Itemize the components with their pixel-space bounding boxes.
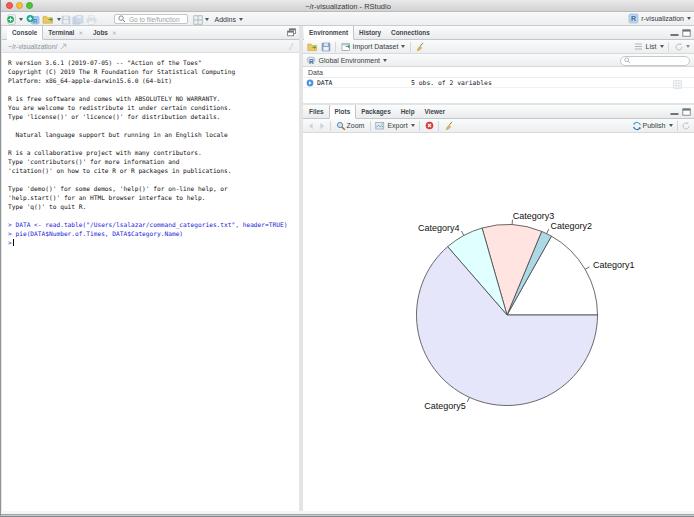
import-dataset-icon <box>341 42 352 52</box>
environment-search-input[interactable] <box>620 56 690 66</box>
console-output[interactable]: R version 3.6.1 (2019-07-05) -- "Action … <box>2 53 299 247</box>
refresh-environment-button[interactable] <box>672 40 691 53</box>
toolbar-separator <box>438 121 439 131</box>
publish-label: Publish <box>643 122 666 129</box>
tab-packages[interactable]: Packages <box>356 105 396 118</box>
project-caret-icon <box>687 17 691 20</box>
environment-scope-caret-icon <box>383 59 387 62</box>
pie-label-Category3: Category3 <box>513 211 555 221</box>
tab-files[interactable]: Files <box>304 105 329 118</box>
console-output-line: Type 'q()' to quit R. <box>8 202 299 211</box>
tab-history-label: History <box>359 29 381 36</box>
clear-plots-broom-icon <box>444 121 454 131</box>
publish-caret-icon <box>669 124 673 127</box>
minimize-pane-icon[interactable] <box>670 29 679 37</box>
project-menu-button[interactable]: R r-visualization <box>628 12 691 25</box>
list-view-caret-icon <box>660 45 664 48</box>
open-in-files-icon[interactable] <box>60 43 67 50</box>
tab-environment[interactable]: Environment <box>304 26 354 40</box>
environment-scope-button[interactable]: Global Environment <box>316 54 388 67</box>
tab-jobs-close-icon[interactable]: ✕ <box>112 30 117 36</box>
console-output-line: R is a collaborative project with many c… <box>8 148 299 157</box>
goto-file-search[interactable]: Go to file/function <box>114 14 188 24</box>
clear-environment-broom-icon <box>415 42 425 52</box>
pane-layout-button[interactable] <box>191 13 210 26</box>
tab-console[interactable]: Console <box>7 26 43 40</box>
new-project-icon: R <box>26 14 40 25</box>
tab-plots-label: Plots <box>335 108 351 115</box>
goto-file-placeholder: Go to file/function <box>129 16 180 23</box>
refresh-caret-icon <box>686 45 690 48</box>
print-button[interactable] <box>84 13 98 26</box>
tab-terminal-close-icon[interactable]: ✕ <box>78 30 83 36</box>
view-data-grid-icon[interactable] <box>673 80 682 89</box>
list-view-icon <box>634 42 643 51</box>
svg-text:R: R <box>309 57 314 64</box>
new-project-button[interactable]: R <box>24 13 41 26</box>
clear-environment-button[interactable] <box>414 40 427 53</box>
console-output-line <box>8 121 299 130</box>
main-toolbar: R <box>1 12 694 26</box>
next-plot-button[interactable] <box>316 119 327 132</box>
console-output-line: R version 3.6.1 (2019-07-05) -- "Action … <box>8 58 299 67</box>
pane-splitter-vertical[interactable] <box>299 26 303 511</box>
plot-canvas: Category1Category2Category3Category4Cate… <box>303 133 692 510</box>
console-output-line <box>8 139 299 148</box>
tab-viewer[interactable]: Viewer <box>420 105 451 118</box>
toolbar-separator <box>410 42 411 52</box>
minimize-pane-icon[interactable] <box>670 108 679 116</box>
tab-plots[interactable]: Plots <box>329 105 357 119</box>
pane-splitter-horizontal[interactable] <box>303 103 694 105</box>
save-workspace-button[interactable] <box>319 40 332 53</box>
open-folder-icon <box>42 14 55 25</box>
tab-history[interactable]: History <box>354 26 386 39</box>
zoom-plot-button[interactable]: Zoom <box>334 119 367 132</box>
load-workspace-button[interactable] <box>305 40 319 53</box>
pie-label-tick <box>547 229 549 233</box>
pie-label-Category5: Category5 <box>424 401 466 411</box>
toolbar-separator <box>668 42 669 52</box>
remove-plot-button[interactable] <box>423 119 435 132</box>
pie-label-Category2: Category2 <box>551 221 593 231</box>
tab-files-label: Files <box>309 108 324 115</box>
new-file-button[interactable] <box>4 13 24 26</box>
tab-help[interactable]: Help <box>396 105 420 118</box>
addins-label: Addins <box>215 16 236 23</box>
tab-terminal-label: Terminal <box>48 29 74 36</box>
environment-object-name: DATA <box>317 79 332 87</box>
maximize-pane-icon[interactable] <box>682 108 691 116</box>
plots-toolbar: Zoom Export <box>303 119 694 133</box>
environment-object-row[interactable]: DATA 5 obs. of 2 variables <box>303 78 694 88</box>
environment-toolbar: Import Dataset List <box>303 40 694 54</box>
tab-connections[interactable]: Connections <box>386 26 435 39</box>
save-all-button[interactable] <box>70 13 85 26</box>
tab-terminal[interactable]: Terminal ✕ <box>43 26 88 39</box>
import-dataset-button[interactable]: Import Dataset <box>339 40 407 53</box>
addins-button[interactable]: Addins <box>211 13 244 26</box>
expand-object-icon[interactable] <box>306 79 314 87</box>
clear-console-broom-icon[interactable] <box>286 42 296 52</box>
maximize-pane-icon[interactable] <box>682 29 691 37</box>
clear-all-plots-button[interactable] <box>442 119 455 132</box>
project-name-label: r-visualization <box>641 15 684 22</box>
window-title: ~/r-visualization - RStudio <box>1 2 694 11</box>
environment-search-icon <box>624 57 631 64</box>
console-output-line <box>8 85 299 94</box>
r-logo-icon: R <box>306 56 316 65</box>
list-view-button[interactable]: List <box>643 40 665 53</box>
console-prompt-line[interactable]: > <box>8 238 299 247</box>
previous-plot-button[interactable] <box>305 119 316 132</box>
tab-jobs[interactable]: Jobs ✕ <box>88 26 122 39</box>
environment-scope-label: Global Environment <box>319 57 380 64</box>
maximize-pane-icon[interactable] <box>287 28 296 37</box>
toolbar-separator <box>370 121 371 131</box>
export-plot-button[interactable]: Export <box>374 119 416 132</box>
console-output-line: 'help.start()' for an HTML browser inter… <box>8 193 299 202</box>
console-tabbar: Console Terminal ✕ Jobs ✕ <box>2 26 299 40</box>
addins-caret-icon <box>239 18 243 21</box>
console-output-line: Type 'demo()' for some demos, 'help()' f… <box>8 184 299 193</box>
toolbar-separator <box>335 42 336 52</box>
environment-tabbar: Environment History Connections <box>303 26 694 40</box>
refresh-plot-icon[interactable] <box>681 121 691 131</box>
publish-button[interactable]: Publish <box>630 119 674 132</box>
